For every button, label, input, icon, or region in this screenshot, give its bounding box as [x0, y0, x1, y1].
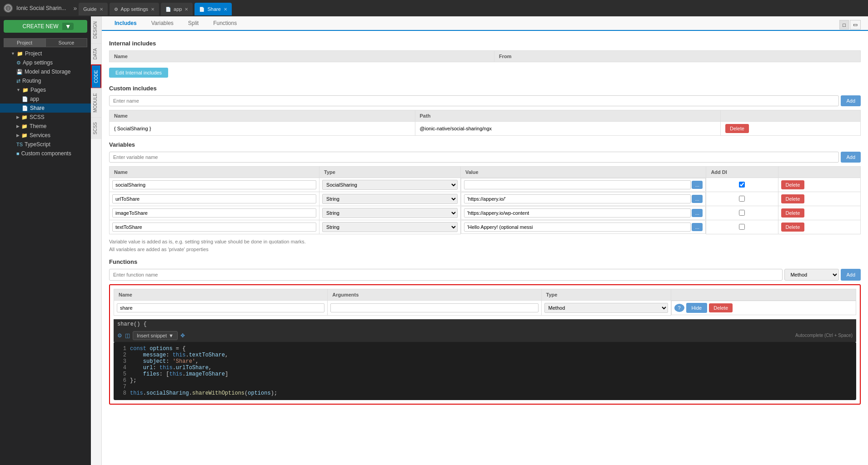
sidebar-item-share-page[interactable]: 📄 Share [0, 104, 91, 113]
tab-split[interactable]: Split [181, 16, 206, 31]
var-name-field[interactable] [112, 180, 316, 189]
function-name-input[interactable] [109, 269, 783, 281]
var-delete-btn[interactable]: Delete [781, 208, 805, 218]
sidebar-item-app-page[interactable]: 📄 app [0, 94, 91, 104]
func-help-btn[interactable]: ? [674, 304, 684, 312]
var-di-checkbox[interactable] [739, 210, 745, 216]
var-value-field[interactable] [464, 180, 691, 189]
content-scroll: Internal includes Name From Edit Interna… [102, 31, 868, 465]
tab-guide[interactable]: Guide ✕ [79, 3, 107, 15]
sidebar-item-project[interactable]: ▼ 📁 Project [0, 49, 91, 58]
col-action [778, 167, 861, 178]
create-new-arrow[interactable]: ▼ [62, 23, 74, 30]
func-delete-btn[interactable]: Delete [709, 303, 733, 312]
func-name-field[interactable] [117, 303, 324, 312]
sidebar-item-label: Services [30, 132, 50, 139]
sidebar-item-app-settings[interactable]: ⚙ App settings [0, 58, 91, 67]
tab-app-settings[interactable]: ⚙ App settings ✕ [110, 3, 160, 15]
tab-guide-label: Guide [83, 6, 96, 12]
custom-includes-add-btn[interactable]: Add [841, 95, 861, 106]
sidebar-item-model-storage[interactable]: 💾 Model and Storage [0, 67, 91, 76]
custom-include-name-field[interactable] [114, 126, 410, 131]
tab-functions[interactable]: Functions [206, 16, 244, 31]
gear-icon[interactable]: ⚙ [117, 332, 122, 339]
tab-variables[interactable]: Variables [144, 16, 181, 31]
sidebar-item-scss[interactable]: ▶ 📁 SCSS [0, 113, 91, 122]
var-delete-btn[interactable]: Delete [781, 180, 805, 189]
hint-line2: All variables are added as 'private' pro… [109, 246, 861, 253]
var-value-ellipsis[interactable]: ... [692, 209, 703, 217]
sidebar-item-pages[interactable]: ▼ 📁 Pages [0, 85, 91, 94]
var-di-checkbox[interactable] [739, 196, 745, 202]
var-delete-btn[interactable]: Delete [781, 194, 805, 203]
tab-guide-close[interactable]: ✕ [100, 7, 103, 12]
table-row: Delete [110, 122, 861, 136]
custom-include-path-field[interactable] [420, 126, 716, 131]
view-mode-full[interactable]: ▭ [850, 20, 861, 30]
var-di-checkbox[interactable] [739, 224, 745, 230]
var-di-checkbox[interactable] [739, 182, 745, 188]
table-row: String ... Delete [110, 206, 861, 220]
var-name-field[interactable] [112, 223, 316, 232]
var-delete-btn[interactable]: Delete [781, 223, 805, 232]
table-row: Method Constructor OnInit ? Hide Delete [114, 301, 856, 316]
col-name: Name [110, 51, 494, 62]
collapse-btn[interactable]: » [73, 5, 77, 12]
custom-include-delete-btn[interactable]: Delete [725, 124, 749, 133]
var-value-ellipsis[interactable]: ... [692, 181, 703, 189]
function-add-btn[interactable]: Add [841, 269, 861, 281]
tab-share-label: Share [207, 6, 220, 12]
var-type-select[interactable]: String [322, 222, 458, 232]
func-args-field[interactable] [330, 303, 538, 312]
sidebar-item-label: Share [30, 105, 45, 111]
sidebar-item-label: Routing [22, 78, 41, 84]
var-name-field[interactable] [112, 208, 316, 218]
table-row: String ... Delete [110, 192, 861, 206]
vtab-scss[interactable]: SCSS [91, 117, 101, 139]
var-value-field[interactable] [464, 208, 691, 218]
sidebar-item-custom-components[interactable]: ■ Custom components [0, 149, 91, 158]
tab-share-close[interactable]: ✕ [224, 7, 227, 12]
source-view-btn[interactable]: Source [45, 38, 87, 47]
var-type-select[interactable]: String [322, 208, 458, 218]
sidebar-item-typescript[interactable]: TS TypeScript [0, 140, 91, 149]
sidebar-item-routing[interactable]: ⇄ Routing [0, 76, 91, 85]
project-view-btn[interactable]: Project [4, 38, 45, 47]
variable-add-btn[interactable]: Add [841, 152, 861, 163]
folder-icon: 📁 [21, 133, 28, 139]
tab-includes[interactable]: Includes [107, 16, 144, 31]
vtab-module[interactable]: MODULE [91, 88, 101, 117]
code-line: 3 subject: 'Share', [117, 358, 853, 365]
code-editor[interactable]: 1 const options = { 2 message: this.text… [114, 342, 856, 400]
edit-internal-includes-btn[interactable]: Edit Internal includes [109, 68, 168, 78]
tab-share[interactable]: 📄 Share ✕ [195, 3, 231, 15]
sidebar-item-services[interactable]: ▶ 📁 Services [0, 131, 91, 140]
vtab-code[interactable]: CODE [91, 64, 101, 89]
var-name-field[interactable] [112, 194, 316, 203]
view-mode-split[interactable]: □ [839, 20, 849, 30]
internal-includes-table: Name From [109, 50, 861, 62]
tab-app-close[interactable]: ✕ [185, 7, 188, 12]
sidebar-item-theme[interactable]: ▶ 📁 Theme [0, 122, 91, 131]
function-type-select[interactable]: Method Constructor OnInit OnDestroy [784, 269, 839, 281]
var-value-field[interactable] [464, 194, 691, 203]
func-hide-btn[interactable]: Hide [686, 303, 708, 313]
vtab-design[interactable]: DESIGN [91, 16, 101, 43]
tab-app-settings-close[interactable]: ✕ [151, 7, 155, 12]
insert-snippet-btn[interactable]: Insert snippet ▼ [133, 331, 178, 340]
expand-editor-icon[interactable]: ✥ [180, 332, 185, 339]
var-type-select[interactable]: String [322, 194, 458, 204]
var-value-field[interactable] [464, 223, 691, 232]
vtab-data[interactable]: DATA [91, 43, 101, 64]
var-type-select[interactable]: SocialSharing [322, 180, 458, 190]
variable-name-input[interactable] [109, 152, 839, 163]
sidebar-item-label: Pages [30, 87, 46, 93]
var-value-ellipsis[interactable]: ... [692, 195, 703, 203]
create-new-button[interactable]: CREATE NEW ▼ [4, 20, 87, 33]
func-type-select[interactable]: Method Constructor OnInit [544, 303, 668, 313]
custom-includes-name-input[interactable] [109, 95, 839, 106]
tree-icon[interactable]: ◫ [125, 332, 130, 339]
tab-app[interactable]: 📄 app ✕ [161, 3, 193, 15]
sidebar-item-label: Model and Storage [25, 69, 70, 75]
var-value-ellipsis[interactable]: ... [692, 223, 703, 231]
